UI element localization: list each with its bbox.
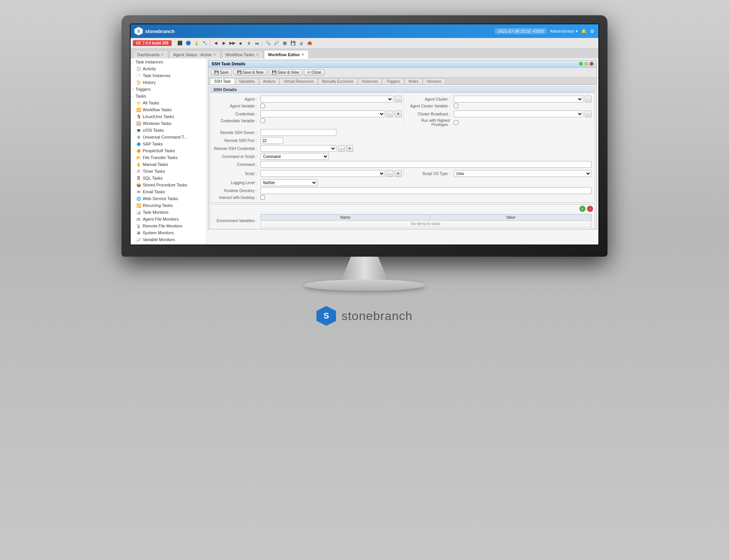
agent-cluster-variable-checkbox[interactable] — [454, 104, 458, 108]
sidebar-item-system-monitors[interactable]: 🖥 System Monitors — [131, 229, 206, 236]
script-browse-btn[interactable]: ... — [387, 170, 393, 177]
sidebar-item-stored-procedure-tasks[interactable]: 📦 Stored Procedure Tasks — [131, 181, 206, 188]
task-tab-variables[interactable]: Variables — [235, 78, 259, 84]
script-os-type-select[interactable]: Unix Windows — [454, 170, 592, 177]
sidebar-item-history[interactable]: 📜 History — [131, 79, 206, 86]
toolbar-btn-2[interactable]: 🔵 — [185, 39, 192, 47]
env-remove-btn[interactable]: − — [587, 206, 593, 212]
script-select[interactable] — [260, 170, 385, 177]
tab-agent-status[interactable]: Agent Status · Active ✕ — [169, 50, 221, 58]
tab-agent-status-close[interactable]: ✕ — [213, 53, 216, 57]
tab-workflow-editor[interactable]: Workflow Editor ✕ — [264, 50, 309, 58]
sidebar-item-remote-file-monitors[interactable]: 📡 Remote File Monitors — [131, 222, 206, 229]
cluster-broadcast-browse-btn[interactable]: ... — [585, 110, 592, 117]
save-button[interactable]: 💾 Save — [211, 69, 232, 76]
sidebar-item-windows-tasks[interactable]: 🪟 Windows Tasks — [131, 120, 206, 127]
interact-desktop-checkbox[interactable] — [260, 195, 265, 200]
sidebar-item-recurring-tasks[interactable]: 🔁 Recurring Tasks — [131, 202, 206, 209]
dialog-close-btn[interactable] — [590, 62, 593, 66]
task-tab-actions[interactable]: Actions — [259, 78, 280, 84]
agent-select[interactable] — [260, 96, 393, 103]
command-or-script-select[interactable]: Command Script — [260, 153, 329, 160]
agent-browse-btn[interactable]: ... — [395, 96, 402, 103]
sidebar-item-email-monitors[interactable]: 📧 Email Monitors — [131, 243, 206, 245]
user-dropdown-icon[interactable]: ▾ — [576, 29, 578, 34]
tab-workflow-tasks-close[interactable]: ✕ — [256, 53, 259, 57]
remote-ssh-credential-select[interactable] — [260, 145, 336, 152]
sidebar-item-task-monitors[interactable]: 📊 Task Monitors — [131, 209, 206, 216]
toolbar-zoom-in[interactable]: 🔍 — [264, 39, 272, 47]
credentials-select[interactable] — [260, 110, 385, 117]
remote-ssh-port-input[interactable] — [260, 137, 283, 144]
sidebar-item-linux-unix-tasks[interactable]: 🐧 Linux/Unix Tasks — [131, 113, 206, 120]
sidebar-item-peoplesoft-tasks[interactable]: 🔶 PeopleSoft Tasks — [131, 147, 206, 154]
toolbar-run[interactable]: ▶▶ — [229, 39, 236, 47]
toolbar-btn-3[interactable]: 💡 — [193, 39, 200, 47]
toolbar-stop[interactable]: ■ — [237, 39, 245, 47]
remote-ssh-server-input[interactable] — [260, 129, 336, 136]
command-input[interactable] — [260, 161, 592, 168]
toolbar-grid[interactable]: ▦ — [281, 39, 289, 47]
cluster-broadcast-select[interactable] — [454, 110, 583, 117]
toolbar-export[interactable]: 📤 — [306, 39, 314, 47]
agent-variable-checkbox[interactable] — [260, 104, 265, 108]
sidebar-item-zos-tasks[interactable]: 💻 z/OS Tasks — [131, 127, 206, 134]
credentials-variable-checkbox[interactable] — [260, 118, 265, 123]
sidebar-item-task-instances[interactable]: 📄 Task Instances — [131, 72, 206, 79]
task-tab-ssh-task[interactable]: SSH Task — [210, 78, 235, 84]
sidebar-item-email-tasks[interactable]: ✉ Email Tasks — [131, 188, 206, 195]
notifications-icon[interactable]: 🔔 — [581, 28, 587, 34]
toolbar-skip[interactable]: ⏭ — [254, 39, 261, 47]
close-button[interactable]: ✕ Close — [304, 69, 325, 76]
runtime-directory-input[interactable] — [260, 187, 592, 194]
task-tab-versions[interactable]: Versions — [423, 78, 445, 84]
agent-cluster-browse-btn[interactable]: ... — [585, 96, 592, 103]
toolbar-pause[interactable]: ⏸ — [245, 39, 253, 47]
toolbar-zoom-out[interactable]: 🔎 — [273, 39, 280, 47]
sidebar-item-all-tasks[interactable]: 📁 All Tasks — [131, 99, 206, 106]
sidebar-item-sql-tasks[interactable]: 🗄 SQL Tasks — [131, 175, 206, 181]
task-tab-mutually-exclusive[interactable]: Mutually Exclusive — [318, 78, 357, 84]
tab-dashboards-close[interactable]: ✕ — [161, 53, 164, 57]
dialog-minimize-btn[interactable] — [579, 62, 583, 66]
sidebar-item-variable-monitors[interactable]: 📈 Variable Monitors — [131, 236, 206, 243]
toolbar-nav-back[interactable]: ◀ — [212, 39, 219, 47]
credentials-clear-btn[interactable]: ✕ — [395, 110, 402, 117]
env-add-btn[interactable]: + — [579, 206, 585, 212]
credentials-browse-btn[interactable]: ... — [387, 110, 393, 117]
sidebar-item-manual-tasks[interactable]: ✋ Manual Tasks — [131, 161, 206, 168]
toolbar-save[interactable]: 💾 — [289, 39, 297, 47]
toolbar-btn-4[interactable]: 🔧 — [201, 39, 209, 47]
sidebar-section-task-instances[interactable]: − Task Instances — [131, 58, 206, 65]
sidebar-item-agent-file-monitors[interactable]: 🗃 Agent File Monitors — [131, 216, 206, 222]
tab-workflow-editor-close[interactable]: ✕ — [301, 53, 305, 57]
dialog-maximize-btn[interactable] — [584, 62, 588, 66]
tab-dashboards[interactable]: Dashboards ✕ — [133, 50, 168, 58]
agent-cluster-select[interactable] — [454, 96, 583, 103]
remote-ssh-credential-browse-btn[interactable]: ... — [338, 145, 345, 152]
sidebar-section-triggers[interactable]: + Triggers — [131, 86, 206, 93]
tab-workflow-tasks[interactable]: Workflow Tasks ✕ — [221, 50, 263, 58]
sidebar-item-activity[interactable]: 📋 Activity — [131, 65, 206, 72]
save-view-button[interactable]: 💾 Save & View — [268, 69, 303, 76]
run-highest-priv-checkbox[interactable] — [454, 120, 458, 125]
task-tab-instances[interactable]: Instances — [358, 78, 382, 84]
toolbar-btn-1[interactable]: ⬛ — [176, 39, 184, 47]
script-clear-btn[interactable]: ✕ — [395, 170, 402, 177]
toolbar-nav-fwd[interactable]: ▶ — [220, 39, 228, 47]
sidebar-section-tasks[interactable]: − Tasks — [131, 93, 206, 99]
task-tab-triggers[interactable]: Triggers — [382, 78, 404, 84]
settings-icon[interactable]: ⚙ — [590, 28, 595, 34]
task-tab-virtual-resources[interactable]: Virtual Resources — [279, 78, 318, 84]
remote-ssh-credential-clear-btn[interactable]: ✕ — [346, 145, 353, 152]
task-tab-notes[interactable]: Notes — [404, 78, 423, 84]
sidebar-item-workflow-tasks[interactable]: 🔀 Workflow Tasks — [131, 106, 206, 113]
sidebar-item-sap-tasks[interactable]: 🔷 SAP Tasks — [131, 140, 206, 147]
sidebar-item-universal-command[interactable]: ⚙ Universal Command T... — [131, 134, 206, 140]
sidebar-item-file-transfer-tasks[interactable]: 📂 File Transfer Tasks — [131, 154, 206, 161]
sidebar-item-timer-tasks[interactable]: ⏱ Timer Tasks — [131, 168, 206, 175]
sidebar-item-web-service-tasks[interactable]: 🌐 Web Service Tasks — [131, 195, 206, 202]
toolbar-print[interactable]: 🖨 — [298, 39, 305, 47]
logging-level-select[interactable]: NotSet Debug Info — [260, 179, 317, 186]
save-new-button[interactable]: 💾 Save & New — [234, 69, 267, 76]
